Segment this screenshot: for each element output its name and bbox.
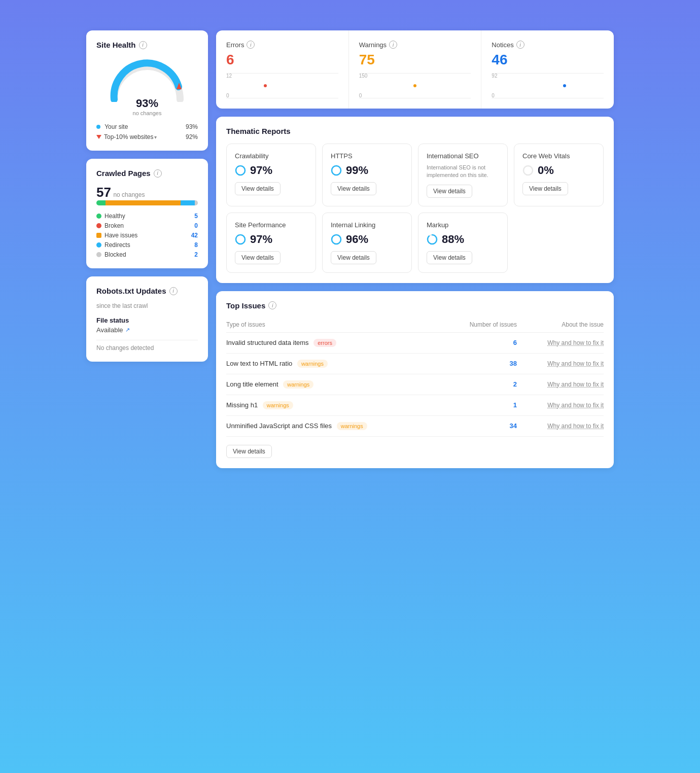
thematic-https: HTTPS 99% View details [322, 144, 412, 206]
broken-dot [96, 223, 101, 228]
issue-badge-4: warnings [263, 401, 293, 409]
internal-linking-view-details-button[interactable]: View details [331, 251, 376, 264]
issue-fix-5[interactable]: Why and how to fix it [517, 415, 604, 436]
thematic-reports-card: Thematic Reports Crawlability 97% View d… [216, 117, 614, 283]
intl-seo-name: International SEO [427, 152, 499, 160]
robots-sub: since the last crawl [96, 302, 198, 309]
top10-triangle-icon [96, 135, 101, 139]
top-issues-header: Top Issues i [226, 301, 604, 310]
issue-label-3: Long title element warnings [226, 374, 444, 395]
crawled-pages-title: Crawled Pages i [96, 169, 198, 178]
markup-view-details-button[interactable]: View details [427, 251, 472, 264]
issue-count-4: 1 [444, 395, 517, 415]
site-health-info-icon[interactable]: i [139, 41, 147, 49]
external-link-icon[interactable]: ↗ [125, 327, 130, 333]
legend-healthy: Healthy 5 [96, 213, 198, 220]
redirects-dot [96, 242, 101, 248]
top10-legend: Top-10% websites ▾ 92% [96, 133, 198, 140]
blocked-count: 2 [194, 251, 198, 258]
intl-seo-view-details-button[interactable]: View details [427, 185, 472, 198]
crawled-pages-card: Crawled Pages i 57 no changes Healthy [86, 159, 208, 268]
crawlability-percent-area: 97% [235, 164, 307, 177]
issue-fix-link-4[interactable]: Why and how to fix it [547, 402, 604, 409]
legend-redirects: Redirects 8 [96, 241, 198, 249]
issue-fix-1[interactable]: Why and how to fix it [517, 332, 604, 353]
broken-count: 0 [194, 222, 198, 229]
thematic-internal-linking: Internal Linking 96% View details [322, 213, 412, 273]
blocked-label: Blocked [104, 251, 126, 258]
pages-legend: Healthy 5 Broken 0 Have issues [96, 213, 198, 258]
https-view-details-button[interactable]: View details [331, 182, 376, 195]
gauge-percent: 93% [133, 97, 162, 110]
robots-txt-card: Robots.txt Updates i since the last craw… [86, 276, 208, 362]
issues-label: Have issues [104, 232, 137, 239]
site-health-title: Site Health i [96, 41, 198, 49]
markup-percent-area: 88% [427, 233, 499, 246]
notices-chart: 92 0 [492, 73, 604, 98]
pages-bar [96, 200, 198, 205]
top-issues-title: Top Issues [226, 301, 265, 310]
issue-fix-link-2[interactable]: Why and how to fix it [547, 360, 604, 367]
your-site-dot [96, 125, 100, 129]
issue-row-5: Unminified JavaScript and CSS files warn… [226, 415, 604, 436]
notices-label: Notices i [492, 41, 604, 49]
warnings-label: Warnings i [359, 41, 471, 49]
notices-label-text: Notices [492, 41, 513, 49]
issue-count-5: 34 [444, 415, 517, 436]
https-percent-area: 99% [331, 164, 403, 177]
issue-fix-2[interactable]: Why and how to fix it [517, 353, 604, 374]
issue-fix-4[interactable]: Why and how to fix it [517, 395, 604, 415]
your-site-value: 93% [186, 123, 198, 130]
notices-dot [563, 84, 566, 87]
notices-info-icon[interactable]: i [516, 41, 524, 49]
thematic-intl-seo: International SEO International SEO is n… [418, 144, 508, 206]
issue-row-3: Long title element warnings 2 Why and ho… [226, 374, 604, 395]
site-perf-circle-icon [235, 234, 246, 245]
site-perf-view-details-button[interactable]: View details [235, 251, 281, 264]
notices-top-line [492, 73, 604, 74]
notices-value: 46 [492, 52, 604, 68]
crawled-pages-info-icon[interactable]: i [154, 169, 162, 178]
metrics-row: Errors i 6 12 0 Warnings i 75 [216, 30, 614, 109]
internal-linking-percent-text: 96% [346, 233, 368, 246]
legend-blocked: Blocked 2 [96, 251, 198, 258]
svg-point-7 [236, 235, 245, 244]
cwv-percent-text: 0% [538, 164, 554, 177]
site-health-card: Site Health i 93% no changes [86, 30, 208, 151]
thematic-grid: Crawlability 97% View details HTTPS [226, 144, 604, 273]
warnings-info-icon[interactable]: i [389, 41, 397, 49]
issue-row-1: Invalid structured data items errors 6 W… [226, 332, 604, 353]
issue-fix-link-1[interactable]: Why and how to fix it [547, 339, 604, 346]
warnings-dot [413, 84, 416, 87]
markup-name: Markup [427, 221, 499, 229]
top-issues-info-icon[interactable]: i [268, 301, 276, 309]
issue-badge-2: warnings [297, 360, 328, 368]
cwv-name: Core Web Vitals [522, 152, 595, 160]
errors-info-icon[interactable]: i [247, 41, 255, 49]
markup-percent-text: 88% [442, 233, 464, 246]
issue-fix-link-3[interactable]: Why and how to fix it [547, 381, 604, 388]
issue-fix-link-5[interactable]: Why and how to fix it [547, 423, 604, 430]
cwv-percent-area: 0% [522, 164, 595, 177]
healthy-count: 5 [194, 213, 198, 220]
top10-caret-icon: ▾ [154, 134, 157, 140]
top-issues-view-details-button[interactable]: View details [226, 445, 272, 458]
crawled-count-area: 57 no changes [96, 185, 198, 200]
svg-point-11 [428, 235, 437, 244]
issue-badge-5: warnings [337, 422, 367, 430]
cwv-view-details-button[interactable]: View details [522, 182, 568, 195]
crawlability-view-details-button[interactable]: View details [235, 182, 281, 195]
gauge-subtext: no changes [133, 110, 162, 116]
issue-label-5: Unminified JavaScript and CSS files warn… [226, 415, 444, 436]
issue-fix-3[interactable]: Why and how to fix it [517, 374, 604, 395]
notices-metric: Notices i 46 92 0 [481, 30, 614, 109]
redirects-label: Redirects [104, 241, 130, 249]
healthy-dot [96, 214, 101, 219]
crawled-subtext: no changes [113, 191, 145, 198]
issue-count-3: 2 [444, 374, 517, 395]
svg-point-5 [523, 166, 533, 175]
crawlability-percent-text: 97% [250, 164, 272, 177]
https-percent-text: 99% [346, 164, 368, 177]
col-count-header: Number of issues [444, 317, 517, 333]
robots-info-icon[interactable]: i [169, 287, 178, 295]
